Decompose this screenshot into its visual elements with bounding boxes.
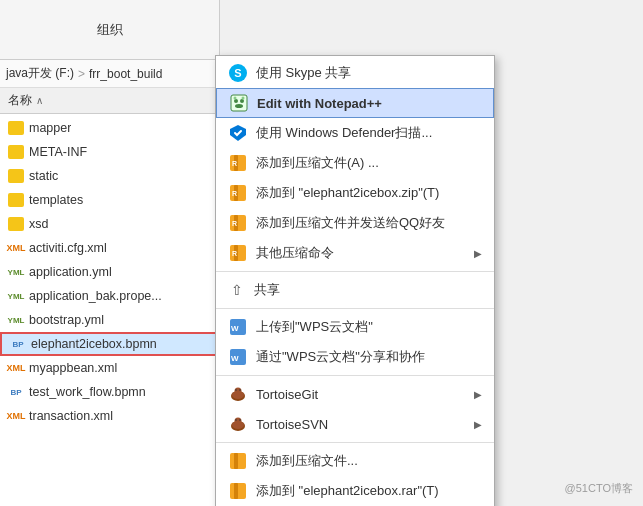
list-item[interactable]: META-INF: [0, 140, 219, 164]
list-item[interactable]: templates: [0, 188, 219, 212]
share-icon: ⇧: [228, 281, 246, 299]
yml-icon: YML: [8, 264, 24, 280]
submenu-arrow-icon: ▶: [474, 419, 482, 430]
winrar-icon: R: [228, 183, 248, 203]
menu-label: 添加到压缩文件并发送给QQ好友: [256, 214, 482, 232]
menu-item-other-compress[interactable]: R 其他压缩命令 ▶: [216, 238, 494, 268]
menu-item-add-elephant-rar[interactable]: 添加到 "elephant2icebox.rar"(T): [216, 476, 494, 506]
folder-icon: [8, 193, 24, 207]
list-item[interactable]: YML bootstrap.yml: [0, 308, 219, 332]
breadcrumb-separator: >: [78, 67, 85, 81]
menu-label: 使用 Skype 共享: [256, 64, 482, 82]
list-item[interactable]: BP test_work_flow.bpmn: [0, 380, 219, 404]
menu-item-add-zip[interactable]: R 添加到压缩文件(A) ...: [216, 148, 494, 178]
tortoisegit-icon: [228, 384, 248, 404]
file-name: test_work_flow.bpmn: [29, 385, 146, 399]
svg-text:R: R: [232, 190, 237, 197]
svg-point-29: [235, 418, 242, 425]
column-header[interactable]: 名称 ∧: [0, 88, 219, 114]
menu-label: Edit with Notepad++: [257, 96, 481, 111]
menu-item-edit-notepad[interactable]: Edit with Notepad++: [216, 88, 494, 118]
svg-point-25: [235, 389, 237, 391]
submenu-arrow-icon: ▶: [474, 389, 482, 400]
file-name: META-INF: [29, 145, 87, 159]
selected-file-item[interactable]: BP elephant2icebox.bpmn: [0, 332, 219, 356]
menu-item-skype-share[interactable]: S 使用 Skype 共享: [216, 58, 494, 88]
list-item[interactable]: YML application.yml: [0, 260, 219, 284]
file-name: activiti.cfg.xml: [29, 241, 107, 255]
svg-rect-33: [234, 453, 238, 469]
file-name: transaction.xml: [29, 409, 113, 423]
svg-point-31: [239, 419, 241, 421]
menu-item-tortoisesvn[interactable]: TortoiseSVN ▶: [216, 409, 494, 439]
file-list: mapper META-INF static templates xsd XML…: [0, 114, 219, 430]
file-name: application_bak.prope...: [29, 289, 162, 303]
file-name: elephant2icebox.bpmn: [31, 337, 157, 351]
svg-point-5: [242, 97, 245, 100]
menu-item-upload-wps[interactable]: W 上传到"WPS云文档": [216, 312, 494, 342]
menu-label: 其他压缩命令: [256, 244, 466, 262]
list-item[interactable]: XML transaction.xml: [0, 404, 219, 428]
toolbar: 组织: [0, 0, 219, 60]
name-column-label: 名称: [8, 92, 32, 109]
defender-icon: [228, 123, 248, 143]
svg-rect-35: [234, 483, 238, 499]
menu-item-share-wps[interactable]: W 通过"WPS云文档"分享和协作: [216, 342, 494, 372]
submenu-arrow-icon: ▶: [474, 248, 482, 259]
breadcrumb-folder: frr_boot_build: [89, 67, 162, 81]
folder-icon: [8, 169, 24, 183]
menu-label: 通过"WPS云文档"分享和协作: [256, 348, 482, 366]
list-item[interactable]: mapper: [0, 116, 219, 140]
list-item[interactable]: xsd: [0, 212, 219, 236]
menu-item-add-send-qq[interactable]: R 添加到压缩文件并发送给QQ好友: [216, 208, 494, 238]
breadcrumb-drive: java开发 (F:): [6, 65, 74, 82]
svg-text:R: R: [232, 220, 237, 227]
list-item[interactable]: YML application_bak.prope...: [0, 284, 219, 308]
list-item[interactable]: XML activiti.cfg.xml: [0, 236, 219, 260]
menu-item-add-elephant-zip[interactable]: R 添加到 "elephant2icebox.zip"(T): [216, 178, 494, 208]
winrar-icon: [228, 451, 248, 471]
menu-item-defender[interactable]: 使用 Windows Defender扫描...: [216, 118, 494, 148]
bpmn-icon: BP: [10, 336, 26, 352]
svg-text:R: R: [232, 250, 237, 257]
menu-label: 上传到"WPS云文档": [256, 318, 482, 336]
winrar-icon: R: [228, 153, 248, 173]
menu-separator: [216, 308, 494, 309]
menu-label: 添加到压缩文件(A) ...: [256, 154, 482, 172]
file-name: templates: [29, 193, 83, 207]
yml-icon: YML: [8, 288, 24, 304]
file-name: mapper: [29, 121, 71, 135]
menu-label: TortoiseSVN: [256, 417, 466, 432]
file-explorer: 组织 java开发 (F:) > frr_boot_build 名称 ∧ map…: [0, 0, 220, 506]
skype-icon: S: [228, 63, 248, 83]
list-item[interactable]: static: [0, 164, 219, 188]
svg-point-4: [234, 97, 237, 100]
svg-point-24: [235, 388, 242, 395]
file-name: xsd: [29, 217, 48, 231]
file-name: bootstrap.yml: [29, 313, 104, 327]
xml-icon: XML: [8, 408, 24, 424]
menu-separator: [216, 271, 494, 272]
svg-point-3: [235, 104, 243, 108]
svg-rect-0: [231, 95, 247, 111]
menu-label: TortoiseGit: [256, 387, 466, 402]
bpmn-icon: BP: [8, 384, 24, 400]
menu-item-share[interactable]: ⇧ 共享: [216, 275, 494, 305]
folder-icon: [8, 121, 24, 135]
notepadpp-icon: [229, 93, 249, 113]
list-item[interactable]: XML myappbean.xml: [0, 356, 219, 380]
svg-point-2: [240, 99, 244, 103]
folder-icon: [8, 217, 24, 231]
file-name: application.yml: [29, 265, 112, 279]
winrar-icon: R: [228, 243, 248, 263]
toolbar-label: 组织: [97, 21, 123, 39]
menu-item-add-zip2[interactable]: 添加到压缩文件...: [216, 446, 494, 476]
menu-label: 使用 Windows Defender扫描...: [256, 124, 482, 142]
breadcrumb: java开发 (F:) > frr_boot_build: [0, 60, 219, 88]
menu-item-tortoisegit[interactable]: TortoiseGit ▶: [216, 379, 494, 409]
xml-icon: XML: [8, 240, 24, 256]
menu-label: 添加到 "elephant2icebox.rar"(T): [256, 482, 482, 500]
svg-text:W: W: [231, 354, 239, 363]
context-menu: S 使用 Skype 共享 Edit with Notepad++ 使用 Win…: [215, 55, 495, 506]
winrar-icon: R: [228, 213, 248, 233]
